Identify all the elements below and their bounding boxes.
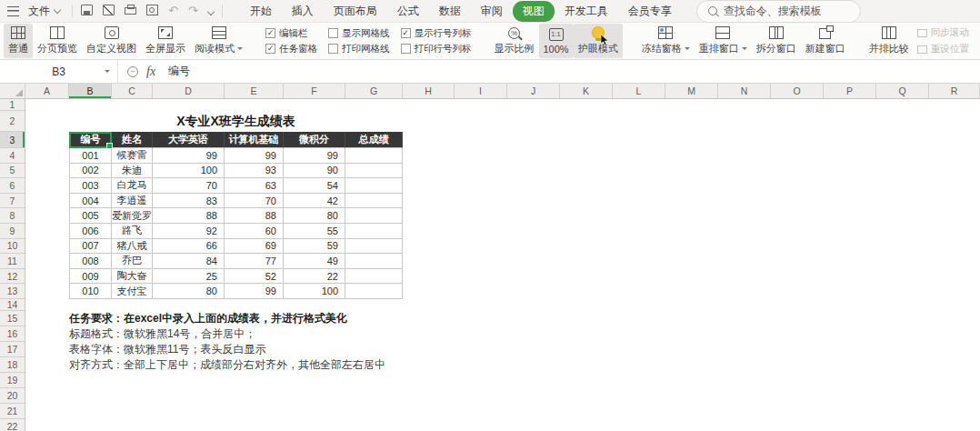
column-header[interactable]: H [403,84,455,98]
file-menu-button[interactable]: 文件 [25,4,64,19]
table-cell[interactable]: 55 [284,224,345,239]
table-header-cell[interactable]: 编号 [69,132,112,148]
name-box[interactable]: B3 [0,60,118,83]
table-cell[interactable] [345,164,403,179]
fill-handle[interactable] [106,143,113,149]
print-gridlines-checkbox[interactable]: 打印网格线 [328,43,390,55]
search-box[interactable]: 查找命令、搜索模板 [696,0,861,23]
table-cell[interactable]: 52 [225,269,284,285]
export-pdf-icon[interactable] [103,5,115,18]
column-header[interactable]: C [112,84,153,98]
print-headings-checkbox[interactable]: 打印行号列标 [401,43,472,55]
table-cell[interactable] [345,208,403,224]
table-cell[interactable]: 99 [225,148,284,164]
table-cell[interactable]: 候赛雷 [112,148,153,164]
table-cell[interactable]: 路飞 [112,224,153,239]
table-header-cell[interactable]: 计算机基础 [225,132,284,148]
zoom-100-button[interactable]: 100% [539,24,574,58]
table-cell[interactable]: 006 [69,224,112,239]
row-header[interactable]: 12 [0,269,25,285]
undo-icon[interactable]: ↶ [168,5,178,17]
table-header-cell[interactable]: 微积分 [284,132,345,148]
rearrange-windows-button[interactable]: 重排窗口 [695,24,752,58]
table-cell[interactable]: 100 [284,284,345,299]
table-cell[interactable]: 66 [153,239,225,255]
menu-tab-membership[interactable]: 会员专享 [618,1,682,22]
table-cell[interactable]: 83 [153,194,225,209]
menu-tab-view[interactable]: 视图 [513,1,555,22]
row-header[interactable]: 2 [0,111,25,132]
column-header[interactable]: N [718,84,771,98]
column-header[interactable]: P [824,84,876,98]
table-cell[interactable]: 猪八戒 [112,239,153,255]
table-cell[interactable]: 70 [225,194,284,209]
table-cell[interactable]: 李逍遥 [112,194,153,209]
table-cell[interactable]: 004 [69,194,112,209]
table-cell[interactable]: 99 [284,148,345,164]
row-header[interactable]: 6 [0,178,25,194]
column-header[interactable]: E [225,84,284,98]
table-header-cell[interactable]: 姓名 [112,132,153,148]
table-cell[interactable]: 93 [225,164,284,179]
read-mode-button[interactable]: 阅读模式 [190,24,247,58]
table-cell[interactable] [345,284,403,299]
table-cell[interactable]: 80 [284,208,345,224]
column-header[interactable]: G [345,84,403,98]
table-cell[interactable]: 爱新觉罗 [112,208,153,224]
hamburger-icon[interactable] [7,6,19,16]
print-icon[interactable] [125,5,136,17]
print-preview-icon[interactable] [146,5,158,18]
table-cell[interactable]: 009 [69,269,112,285]
menu-tab-data[interactable]: 数据 [429,1,471,22]
table-cell[interactable]: 010 [69,284,112,299]
table-cell[interactable]: 84 [153,254,225,269]
column-header[interactable]: Q [876,84,929,98]
row-header[interactable]: 18 [0,357,25,373]
row-header[interactable]: 9 [0,224,25,239]
table-cell[interactable]: 003 [69,178,112,194]
split-window-button[interactable]: 拆分窗口 [752,24,801,58]
row-header[interactable]: 5 [0,164,25,179]
table-cell[interactable]: 008 [69,254,112,269]
table-cell[interactable]: 005 [69,208,112,224]
row-header[interactable]: 8 [0,208,25,224]
fx-icon[interactable]: fx [146,65,155,79]
table-cell[interactable] [345,269,403,285]
table-cell[interactable]: 88 [225,208,284,224]
table-cell[interactable]: 54 [284,178,345,194]
menu-tab-home[interactable]: 开始 [240,1,282,22]
row-header[interactable]: 1 [0,99,25,111]
menu-tab-formulas[interactable]: 公式 [387,1,429,22]
table-cell[interactable] [345,224,403,239]
custom-view-button[interactable]: 自定义视图 [82,24,141,58]
customize-quick-access-icon[interactable] [208,5,214,17]
menu-tab-review[interactable]: 审阅 [471,1,513,22]
column-header[interactable]: D [153,84,225,98]
row-header[interactable]: 20 [0,388,25,404]
task-pane-checkbox[interactable]: 任务窗格 [265,43,317,55]
column-header[interactable]: K [560,84,613,98]
freeze-panes-button[interactable]: 冻结窗格 [637,24,695,58]
table-cell[interactable]: 88 [153,208,225,224]
table-cell[interactable]: 90 [284,164,345,179]
table-cell[interactable] [345,239,403,255]
table-cell[interactable]: 002 [69,164,112,179]
column-header[interactable]: R [929,84,980,98]
edit-bar-checkbox[interactable]: 编辑栏 [265,27,317,40]
table-cell[interactable]: 70 [153,178,225,194]
menu-tab-dev-tools[interactable]: 开发工具 [555,1,618,22]
table-header-cell[interactable]: 总成绩 [345,132,403,148]
row-header[interactable]: 21 [0,404,25,419]
table-title-cell[interactable]: X专业X班学生成绩表 [69,111,403,132]
table-cell[interactable]: 99 [153,148,225,164]
side-by-side-button[interactable]: 并排比较 [865,24,914,58]
column-header[interactable]: O [771,84,824,98]
column-header[interactable]: A [25,84,69,98]
table-cell[interactable]: 69 [225,239,284,255]
table-cell[interactable]: 63 [225,178,284,194]
row-header[interactable]: 13 [0,284,25,299]
table-cell[interactable]: 25 [153,269,225,285]
zoom-scale-button[interactable]: 显示比例 [490,24,539,58]
menu-tab-page-layout[interactable]: 页面布局 [324,1,387,22]
reset-position-button[interactable]: 重设位置 [917,43,969,55]
